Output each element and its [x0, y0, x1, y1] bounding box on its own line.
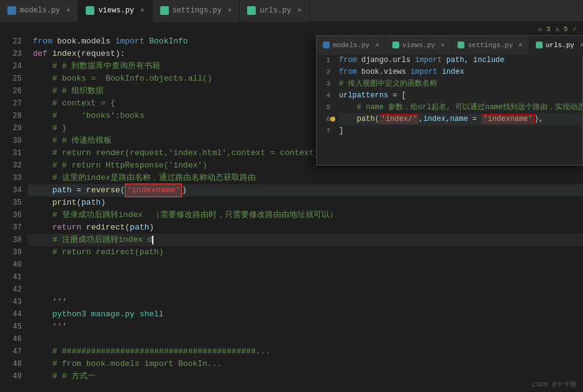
- ln-38: 38: [0, 234, 22, 246]
- code-line-41: [28, 271, 583, 283]
- popup-code-line-3: # 传入视图中定义的函数名称: [339, 78, 582, 90]
- django-icon-settings: [160, 6, 169, 15]
- tab-urls-label: urls.py: [260, 6, 291, 15]
- code-line-49: # # 方式一: [28, 370, 583, 383]
- tab-models-label: models.py: [20, 6, 60, 15]
- ln-26: 26: [0, 85, 22, 97]
- ln-48: 48: [0, 358, 22, 370]
- ln-36: 36: [0, 209, 22, 221]
- ln-29: 29: [0, 122, 22, 135]
- popup-tab-settings-label: settings.py: [468, 42, 513, 49]
- warning-badge: ⚠ 3: [538, 25, 551, 33]
- ln-32: 32: [0, 159, 22, 172]
- popup-tab-urls[interactable]: urls.py ×: [530, 36, 583, 55]
- popup-ln-1: 1: [317, 55, 330, 66]
- ln-45: 45: [0, 321, 22, 333]
- tab-bar: models.py × views.py × settings.py × url…: [0, 0, 583, 22]
- code-line-48: # from book.models import BookIn...: [28, 358, 583, 370]
- popup-code-line-1: from django.urls import path, include: [339, 55, 582, 66]
- popup-tab-views-label: views.py: [402, 42, 435, 49]
- popup-tab-views[interactable]: views.py ×: [386, 36, 451, 55]
- django-icon-views: [86, 6, 94, 15]
- ln-23: 23: [0, 48, 22, 60]
- toolbar: ⚠ 3 ⚠ 5 ✓: [0, 22, 583, 35]
- code-line-38: # 注册成功后跳转index d: [28, 234, 583, 246]
- popup-dot-yellow: [330, 117, 335, 122]
- popup-ln-7: 7: [317, 125, 330, 137]
- popup-code-line-6: path('index/',index,name = 'indexname'),: [339, 114, 582, 125]
- code-line-40: [28, 259, 583, 271]
- popup-tab-urls-label: urls.py: [546, 42, 574, 49]
- popup-code-line-2: from book.views import index: [339, 66, 582, 78]
- code-line-39: # return redirect(path): [28, 246, 583, 259]
- tab-models[interactable]: models.py ×: [0, 0, 78, 22]
- code-area[interactable]: from book.models import BookInfo def ind…: [28, 35, 583, 392]
- popup-code-line-4: urlpatterns = [: [339, 90, 582, 102]
- code-line-36: # 登录成功后跳转index （需要修改路由时，只需要修改路由由地址就可以）: [28, 209, 583, 221]
- tab-settings[interactable]: settings.py ×: [153, 0, 240, 22]
- tab-urls-close[interactable]: ×: [297, 7, 302, 14]
- tab-views-close[interactable]: ×: [140, 7, 145, 14]
- popup-code-line-7: ]: [339, 125, 582, 137]
- tab-settings-close[interactable]: ×: [228, 7, 232, 14]
- tab-models-close[interactable]: ×: [66, 7, 71, 14]
- check-badge: ✓: [572, 25, 577, 33]
- popup-tab-views-close[interactable]: ×: [441, 42, 445, 49]
- popup-tab-urls-close[interactable]: ×: [580, 42, 583, 49]
- ln-44: 44: [0, 308, 22, 321]
- popup-code-area: 1 2 3 4 5 6 7 from django.urls import pa…: [317, 55, 582, 165]
- ln-33: 33: [0, 172, 22, 184]
- tab-views-label: views.py: [98, 6, 134, 15]
- code-line-47: # ######################################…: [28, 345, 583, 358]
- ln-31: 31: [0, 147, 22, 159]
- code-line-44: python3 manage.py shell: [28, 308, 583, 321]
- popup-ln-5: 5: [317, 102, 330, 114]
- code-line-34: path = reverse('indexname'): [28, 184, 583, 197]
- error-badge: ⚠ 5: [556, 25, 568, 33]
- popup-code-line-5: # name 参数，给url起名, 可以通过name找到这个路由，实现动态获取: [339, 102, 582, 114]
- popup-ln-3: 3: [317, 78, 330, 90]
- ln-22: 22: [0, 35, 22, 48]
- tab-views[interactable]: views.py ×: [78, 0, 152, 22]
- ln-43: 43: [0, 296, 22, 308]
- cursor: [152, 236, 153, 244]
- popup-django-icon-urls: [536, 42, 543, 48]
- ln-30: 30: [0, 135, 22, 147]
- code-line-42: [28, 283, 583, 296]
- popup-ln-4: 4: [317, 90, 330, 102]
- django-icon-urls: [247, 6, 256, 15]
- popup-code-lines: from django.urls import path, include fr…: [335, 55, 582, 165]
- popup-django-icon-settings: [458, 42, 464, 48]
- popup-tab-models-label: models.py: [333, 42, 369, 49]
- code-line-37: return redirect(path): [28, 221, 583, 234]
- csdn-watermark: CSDN @卡卡糖: [531, 380, 577, 389]
- ln-39: 39: [0, 246, 22, 259]
- line-numbers: 22 23 24 25 26 27 28 29 30 31 32 33 34 3…: [0, 35, 28, 392]
- code-line-43: ''': [28, 296, 583, 308]
- popup-tab-bar: models.py × views.py × settings.py × url…: [317, 36, 582, 55]
- popup-ln-6: 6: [317, 114, 330, 125]
- popup-editor: models.py × views.py × settings.py × url…: [316, 35, 583, 166]
- ln-28: 28: [0, 110, 22, 122]
- ln-46: 46: [0, 333, 22, 345]
- ln-47: 47: [0, 345, 22, 358]
- popup-ln-2: 2: [317, 66, 330, 78]
- editor-container: 22 23 24 25 26 27 28 29 30 31 32 33 34 3…: [0, 35, 583, 392]
- ln-24: 24: [0, 60, 22, 73]
- popup-python-icon: [323, 42, 330, 48]
- ln-25: 25: [0, 73, 22, 85]
- ln-49: 49: [0, 370, 22, 383]
- popup-tab-models-close[interactable]: ×: [375, 42, 379, 49]
- popup-line-numbers: 1 2 3 4 5 6 7: [317, 55, 335, 165]
- ln-40: 40: [0, 259, 22, 271]
- popup-django-icon-views: [392, 42, 399, 48]
- tab-urls[interactable]: urls.py ×: [240, 0, 309, 22]
- popup-tab-settings[interactable]: settings.py ×: [451, 36, 529, 55]
- ln-34: 34: [0, 184, 22, 197]
- tab-settings-label: settings.py: [173, 6, 222, 15]
- popup-tab-settings-close[interactable]: ×: [518, 42, 523, 49]
- python-icon: [7, 6, 16, 15]
- code-line-33: # 这里的index是路由名称，通过路由名称动态获取路由: [28, 172, 583, 184]
- popup-tab-models[interactable]: models.py ×: [317, 36, 386, 55]
- ln-35: 35: [0, 197, 22, 209]
